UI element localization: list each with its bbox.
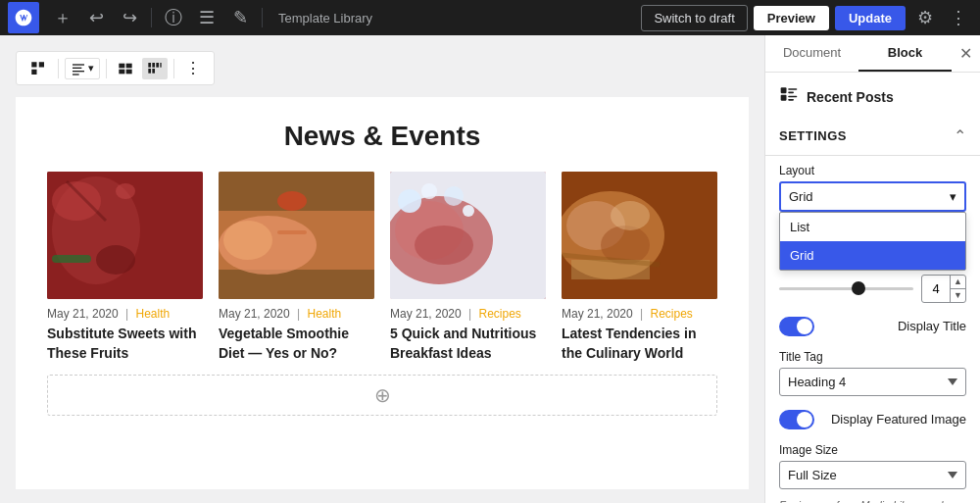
svg-rect-13: [156, 63, 159, 68]
display-featured-label: Display Featured Image: [831, 412, 966, 427]
display-title-toggle[interactable]: [779, 317, 814, 336]
post-meta-3: May 21, 2020 | Recipes: [562, 307, 717, 321]
svg-rect-2: [39, 62, 44, 67]
layout-option-list[interactable]: List: [780, 213, 965, 241]
sidebar-tabs-row: Document Block ✕: [765, 35, 980, 73]
add-icon: ⊕: [374, 383, 391, 407]
block-transform-icon[interactable]: [24, 57, 52, 80]
svg-point-29: [277, 191, 307, 211]
tools-icon[interactable]: ✎: [226, 4, 254, 31]
add-block-bar[interactable]: ⊕: [47, 375, 717, 416]
svg-rect-28: [277, 230, 307, 234]
layout-option-grid[interactable]: Grid: [780, 241, 965, 270]
svg-rect-15: [148, 69, 151, 74]
sidebar-close-icon[interactable]: ✕: [952, 36, 980, 71]
undo-icon[interactable]: ↩: [82, 4, 110, 31]
svg-rect-7: [119, 63, 124, 68]
post-date-3: May 21, 2020: [562, 307, 633, 321]
settings-header: Settings ⌃: [765, 117, 980, 156]
post-category-1[interactable]: Health: [308, 307, 342, 321]
tab-block[interactable]: Block: [858, 35, 952, 72]
svg-rect-16: [152, 69, 155, 74]
list-view-toolbar-icon[interactable]: [113, 58, 138, 79]
post-date-1: May 21, 2020: [219, 307, 290, 321]
post-category-3[interactable]: Recipes: [651, 307, 693, 321]
display-featured-toggle[interactable]: [779, 410, 814, 429]
alignment-selector[interactable]: ▾: [65, 58, 100, 79]
post-separator-3: |: [637, 307, 647, 321]
toolbar-divider-3: [173, 59, 174, 78]
grid-view-toolbar-icon[interactable]: [142, 58, 168, 79]
info-icon[interactable]: ⓘ: [160, 4, 187, 31]
columns-number-input[interactable]: ▲ ▼: [921, 275, 966, 303]
more-toolbar-icon[interactable]: ⋮: [180, 56, 206, 80]
post-title-3: Latest Tendencies in the Culinary World: [562, 325, 717, 363]
tab-document[interactable]: Document: [765, 35, 858, 72]
svg-rect-49: [788, 96, 797, 98]
divider-1: [151, 8, 152, 27]
svg-point-36: [463, 205, 474, 217]
layout-selected-value: Grid: [789, 189, 813, 204]
switch-draft-button[interactable]: Switch to draft: [641, 5, 747, 31]
update-button[interactable]: Update: [835, 6, 906, 30]
settings-title-label: Settings: [779, 128, 847, 143]
post-category-2[interactable]: Recipes: [479, 307, 521, 321]
post-category-0[interactable]: Health: [136, 307, 171, 321]
display-featured-row: Display Featured Image: [765, 404, 980, 435]
recent-posts-label: Recent Posts: [807, 89, 894, 105]
wp-logo[interactable]: [8, 2, 39, 33]
svg-point-27: [223, 221, 272, 260]
toolbar-divider-2: [106, 59, 107, 78]
title-tag-select[interactable]: Heading 1 Heading 2 Heading 3 Heading 4 …: [779, 368, 966, 396]
svg-point-34: [421, 183, 437, 199]
post-separator-0: |: [122, 307, 132, 321]
svg-rect-10: [126, 69, 132, 74]
page-title: News & Events: [47, 121, 717, 152]
post-date-0: May 21, 2020: [47, 307, 119, 321]
divider-2: [262, 8, 263, 27]
columns-slider[interactable]: [779, 287, 913, 290]
editor-area: ▾ ⋮ News & Events May 21, 2020 | HealthS…: [0, 35, 764, 503]
image-size-label: Image Size: [779, 443, 966, 457]
main-layout: ▾ ⋮ News & Events May 21, 2020 | HealthS…: [0, 35, 980, 503]
layout-chevron-icon: ▾: [950, 189, 956, 204]
layout-dropdown-trigger[interactable]: Grid ▾: [779, 181, 966, 212]
post-item: May 21, 2020 | Recipes5 Quick and Nutrit…: [390, 172, 546, 363]
layout-field: Layout Grid ▾ List Grid: [765, 156, 980, 220]
sidebar-panel: Document Block ✕ Recent Posts Settings ⌃…: [764, 35, 980, 503]
redo-icon[interactable]: ↪: [116, 4, 143, 31]
columns-increment-icon[interactable]: ▲: [951, 276, 965, 289]
svg-point-19: [52, 181, 101, 221]
title-tag-field: Title Tag Heading 1 Heading 2 Heading 3 …: [765, 342, 980, 404]
post-image-3: [562, 172, 717, 299]
image-size-field: Image Size Full Size Large Medium Thumbn…: [765, 435, 980, 497]
title-tag-label: Title Tag: [779, 350, 966, 364]
svg-point-20: [96, 245, 135, 275]
layout-dropdown-list: List Grid: [779, 212, 966, 271]
svg-rect-6: [73, 74, 79, 75]
svg-rect-50: [788, 99, 794, 101]
svg-rect-1: [31, 69, 36, 74]
svg-point-22: [116, 183, 135, 199]
svg-rect-5: [73, 71, 84, 72]
post-separator-2: |: [466, 307, 475, 321]
post-image-1: [219, 172, 374, 299]
columns-value-input[interactable]: [922, 279, 950, 298]
svg-rect-23: [52, 255, 91, 263]
columns-stepper[interactable]: ▲ ▼: [950, 276, 965, 302]
list-view-icon[interactable]: ☰: [193, 4, 220, 31]
svg-rect-8: [126, 63, 132, 68]
columns-row: ▲ ▼: [765, 271, 980, 311]
add-block-icon[interactable]: ＋: [49, 4, 76, 31]
image-size-select[interactable]: Full Size Large Medium Thumbnail: [779, 461, 966, 489]
settings-toggle-icon[interactable]: ⚙: [911, 4, 939, 31]
layout-dropdown[interactable]: Grid ▾ List Grid: [779, 181, 966, 212]
preview-button[interactable]: Preview: [754, 6, 829, 30]
settings-collapse-icon[interactable]: ⌃: [954, 126, 966, 145]
svg-point-37: [415, 226, 473, 265]
post-title-2: 5 Quick and Nutritious Breakfast Ideas: [390, 325, 546, 363]
svg-point-35: [444, 186, 464, 206]
more-options-icon[interactable]: ⋮: [945, 4, 972, 31]
columns-decrement-icon[interactable]: ▼: [951, 289, 965, 302]
post-image-2: [390, 172, 546, 299]
